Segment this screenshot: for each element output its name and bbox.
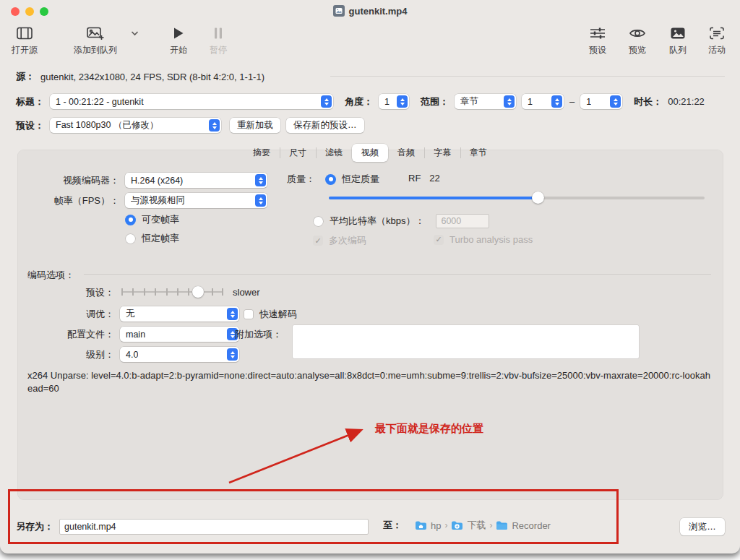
x264-preset-label: 预设： — [29, 286, 114, 299]
source-divider — [330, 76, 725, 77]
encoder-options-divider — [84, 274, 711, 275]
x264-preset-slider-handle[interactable] — [192, 286, 204, 298]
tab-video[interactable]: 视频 — [352, 144, 388, 162]
abr-row: 平均比特率（kbps）： — [313, 214, 489, 228]
duration-value: 00:21:22 — [668, 96, 705, 107]
pause-button: 暂停 — [204, 25, 233, 56]
add-to-queue-dropdown[interactable] — [129, 25, 140, 42]
document-icon — [333, 5, 345, 17]
filename-input[interactable] — [59, 519, 369, 535]
pause-label: 暂停 — [210, 44, 227, 56]
destination-path: hp › 下载 › Recorder — [415, 519, 551, 532]
multipass-row: ✓ 多次编码 — [313, 234, 366, 247]
activity-label: 活动 — [708, 44, 726, 56]
save-new-preset-button[interactable]: 保存新的预设… — [286, 118, 364, 133]
preview-button[interactable]: 预览 — [621, 25, 653, 56]
title-row: 标题： 1 - 00:21:22 - gutenkit 角度： 1 范围： 章节… — [16, 94, 724, 109]
constant-quality-radio[interactable] — [325, 174, 336, 185]
level-select[interactable]: 4.0 — [120, 347, 239, 362]
to-label: 至： — [383, 519, 402, 532]
turbo-analysis-label: Turbo analysis pass — [449, 234, 533, 245]
titlebar: gutenkit.mp4 — [0, 0, 740, 22]
path-item-recorder[interactable]: Recorder — [496, 520, 550, 531]
fast-decode-checkbox[interactable] — [244, 309, 254, 319]
popup-stepper-icon — [209, 119, 220, 132]
range-dash: – — [569, 96, 575, 107]
path-separator: › — [489, 520, 492, 530]
tab-dimensions[interactable]: 尺寸 — [280, 144, 316, 162]
tab-chapters[interactable]: 章节 — [460, 144, 496, 162]
open-source-icon — [16, 25, 33, 42]
title-select[interactable]: 1 - 00:21:22 - gutenkit — [50, 94, 333, 109]
reload-preset-button[interactable]: 重新加载 — [230, 118, 280, 133]
add-to-queue-icon — [86, 25, 105, 42]
annotation-text: 最下面就是保存的位置 — [375, 422, 483, 436]
rf-value: 22 — [429, 173, 439, 184]
start-button[interactable]: 开始 — [164, 25, 193, 56]
queue-button[interactable]: 队列 — [662, 25, 694, 56]
quality-slider-handle[interactable] — [532, 191, 544, 204]
average-bitrate-radio[interactable] — [313, 216, 324, 227]
tab-filters[interactable]: 滤镜 — [316, 144, 352, 162]
path-item-downloads[interactable]: 下载 — [451, 519, 486, 532]
presets-label: 预设 — [589, 44, 606, 56]
profile-select[interactable]: main — [120, 327, 239, 342]
to-row: 至： hp › 下载 › Recorder — [383, 519, 551, 532]
constant-framerate-radio[interactable] — [125, 233, 136, 244]
duration-label: 时长： — [634, 95, 662, 108]
extra-options-textarea[interactable] — [293, 325, 639, 358]
x264-preset-slider-track[interactable] — [121, 291, 223, 293]
open-source-label: 打开源 — [12, 44, 38, 56]
save-destination-bar: 另存为： 至： hp › 下载 › Recorder — [0, 513, 740, 546]
presets-sliders-icon — [589, 25, 606, 42]
rf-readout: RF 22 — [408, 173, 440, 184]
profile-label: 配置文件： — [29, 328, 114, 341]
add-to-queue-button[interactable]: 添加到队列 — [69, 25, 121, 56]
tab-audio[interactable]: 音频 — [388, 144, 424, 162]
popup-stepper-icon — [227, 348, 238, 361]
queue-image-icon — [669, 25, 687, 42]
angle-select[interactable]: 1 — [379, 94, 409, 109]
open-source-button[interactable]: 打开源 — [7, 25, 42, 56]
multipass-checkbox: ✓ — [313, 236, 323, 246]
tab-summary[interactable]: 摘要 — [244, 144, 280, 162]
tab-subtitles[interactable]: 字幕 — [424, 144, 460, 162]
extra-options-label: 附加选项： — [235, 328, 282, 341]
home-folder-icon — [415, 520, 427, 530]
video-encoder-select[interactable]: H.264 (x264) — [125, 173, 267, 188]
x264-preset-slider[interactable] — [121, 285, 223, 299]
window-title: gutenkit.mp4 — [0, 5, 740, 17]
variable-framerate-radio[interactable] — [125, 215, 136, 225]
toggle-presets-button[interactable]: 预设 — [582, 25, 614, 56]
video-encoder-row: 视频编码器： H.264 (x264) — [29, 173, 267, 188]
toolbar: 打开源 添加到队列 开始 暂停 — [0, 22, 740, 64]
preset-select[interactable]: Fast 1080p30 （已修改） — [50, 118, 221, 133]
quality-slider-fill — [329, 197, 538, 199]
constant-quality-label: 恒定质量 — [342, 173, 379, 186]
range-type-select[interactable]: 章节 — [455, 94, 516, 109]
encoder-options-header: 编码选项： — [27, 269, 74, 282]
average-bitrate-input — [436, 214, 489, 228]
popup-stepper-icon — [504, 95, 515, 108]
save-as-row: 另存为： — [16, 519, 369, 535]
tune-select[interactable]: 无 — [120, 306, 239, 322]
window-title-text: gutenkit.mp4 — [349, 6, 408, 17]
framerate-label: 帧率（FPS）： — [29, 194, 119, 207]
framerate-select[interactable]: 与源视频相同 — [125, 193, 267, 208]
preset-label: 预设： — [16, 119, 44, 132]
range-label: 范围： — [421, 95, 449, 108]
video-encoder-label: 视频编码器： — [29, 174, 119, 187]
path-item-home[interactable]: hp — [415, 520, 441, 531]
range-to-select[interactable]: 1 — [580, 94, 622, 109]
browse-button[interactable]: 浏览… — [680, 518, 725, 535]
popup-stepper-icon — [321, 95, 332, 108]
fast-decode-row: 快速解码 — [244, 308, 297, 321]
preset-row: 预设： Fast 1080p30 （已修改） 重新加载 保存新的预设… — [16, 118, 364, 133]
quality-slider[interactable] — [329, 191, 705, 204]
turbo-analysis-checkbox: ✓ — [434, 235, 444, 245]
popup-stepper-icon — [255, 194, 266, 207]
x264-preset-row: 预设： — [29, 286, 114, 299]
activity-button[interactable]: 活动 — [701, 25, 733, 56]
range-from-select[interactable]: 1 — [522, 94, 564, 109]
chevron-down-icon — [131, 25, 139, 42]
